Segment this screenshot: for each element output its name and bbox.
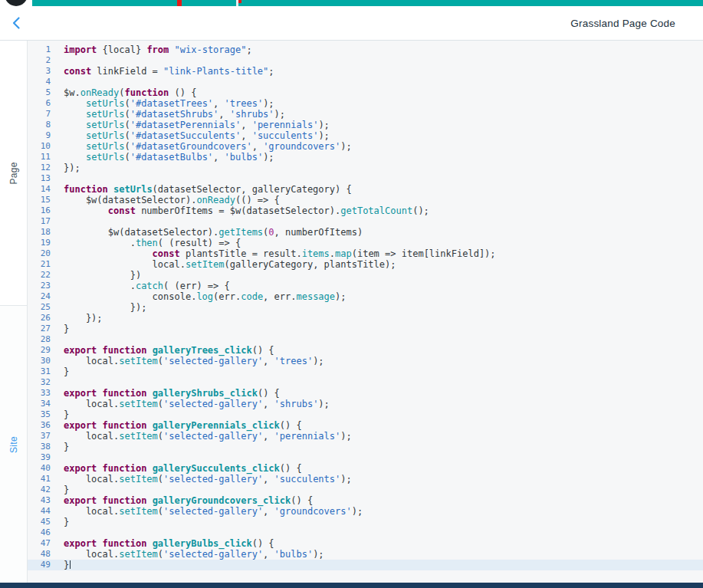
tab-site[interactable]: Site <box>0 306 27 583</box>
code-line[interactable]: 8 setUrls('#datasetPerennials', 'perenni… <box>28 120 703 130</box>
code-line[interactable]: 33export function galleryShrubs_click() … <box>28 388 703 399</box>
code-line[interactable]: 2 <box>28 55 703 66</box>
line-number[interactable]: 26 <box>28 313 51 324</box>
line-number[interactable]: 11 <box>28 152 51 163</box>
code-line[interactable]: 35} <box>28 409 703 420</box>
code-line[interactable]: 21 local.setItem(galleryCategory, plants… <box>28 259 703 270</box>
line-number[interactable]: 16 <box>28 205 51 216</box>
line-number[interactable]: 42 <box>28 485 51 495</box>
line-number[interactable]: 24 <box>28 291 51 302</box>
line-number[interactable]: 32 <box>28 377 51 388</box>
code-line[interactable]: 30 local.setItem('selected-gallery', 'tr… <box>28 356 703 366</box>
tab-page[interactable]: Page <box>0 41 27 306</box>
line-number[interactable]: 33 <box>28 388 51 399</box>
line-number[interactable]: 23 <box>28 281 51 291</box>
code-line[interactable]: 41 local.setItem('selected-gallery', 'su… <box>28 474 703 485</box>
code-line[interactable]: 6 setUrls('#datasetTrees', 'trees'); <box>28 98 703 109</box>
line-number[interactable]: 13 <box>28 173 51 184</box>
code-line[interactable]: 46 <box>28 527 703 538</box>
line-number[interactable]: 15 <box>28 195 51 205</box>
line-number[interactable]: 18 <box>28 227 51 238</box>
code-line[interactable]: 23 .catch( (err) => { <box>28 281 703 291</box>
code-line[interactable]: 5$w.onReady(function () { <box>28 87 703 98</box>
line-number[interactable]: 25 <box>28 302 51 313</box>
code-line[interactable]: 31} <box>28 366 703 377</box>
line-number[interactable]: 4 <box>28 77 51 87</box>
line-number[interactable]: 10 <box>28 141 51 152</box>
code-line[interactable]: 25 }); <box>28 302 703 313</box>
line-number[interactable]: 7 <box>28 109 51 120</box>
line-number[interactable]: 34 <box>28 399 51 409</box>
code-line[interactable]: 22 }) <box>28 270 703 281</box>
code-line[interactable]: 26 }); <box>28 313 703 324</box>
code-line[interactable]: 1import {local} from "wix-storage"; <box>28 44 703 55</box>
line-number[interactable]: 8 <box>28 120 51 130</box>
code-line[interactable]: 24 console.log(err.code, err.message); <box>28 291 703 302</box>
line-number[interactable]: 9 <box>28 130 51 141</box>
code-line[interactable]: 11 setUrls('#datasetBulbs', 'bulbs'); <box>28 152 703 163</box>
code-line[interactable]: 40export function gallerySucculents_clic… <box>28 463 703 474</box>
code-line[interactable]: 48 local.setItem('selected-gallery', 'bu… <box>28 549 703 560</box>
code-line[interactable]: 42} <box>28 485 703 495</box>
code-line[interactable]: 37 local.setItem('selected-gallery', 'pe… <box>28 431 703 442</box>
line-number[interactable]: 36 <box>28 420 51 431</box>
line-number[interactable]: 14 <box>28 184 51 195</box>
code-line[interactable]: 17 <box>28 216 703 227</box>
line-number[interactable]: 1 <box>28 44 51 55</box>
line-number[interactable]: 48 <box>28 549 51 560</box>
code-line[interactable]: 38} <box>28 442 703 452</box>
code-line[interactable]: 15 $w(datasetSelector).onReady(() => { <box>28 195 703 205</box>
code-line[interactable]: 27} <box>28 324 703 334</box>
line-number[interactable]: 39 <box>28 452 51 463</box>
line-number[interactable]: 19 <box>28 238 51 248</box>
line-number[interactable]: 31 <box>28 366 51 377</box>
code-line[interactable]: 14function setUrls(datasetSelector, gall… <box>28 184 703 195</box>
line-number[interactable]: 28 <box>28 334 51 345</box>
code-line[interactable]: 13 <box>28 173 703 184</box>
line-number[interactable]: 6 <box>28 98 51 109</box>
code-line[interactable]: 12}); <box>28 163 703 173</box>
line-number[interactable]: 37 <box>28 431 51 442</box>
line-number[interactable]: 49 <box>28 560 51 570</box>
code-line[interactable]: 34 local.setItem('selected-gallery', 'sh… <box>28 399 703 409</box>
line-number[interactable]: 17 <box>28 216 51 227</box>
code-line[interactable]: 10 setUrls('#datasetGroundcovers', 'grou… <box>28 141 703 152</box>
line-number[interactable]: 22 <box>28 270 51 281</box>
line-number[interactable]: 43 <box>28 495 51 506</box>
code-line[interactable]: 43export function galleryGroundcovers_cl… <box>28 495 703 506</box>
line-number[interactable]: 27 <box>28 324 51 334</box>
line-number[interactable]: 47 <box>28 538 51 549</box>
line-number[interactable]: 29 <box>28 345 51 356</box>
code-line[interactable]: 36export function galleryPerennials_clic… <box>28 420 703 431</box>
line-number[interactable]: 46 <box>28 527 51 538</box>
line-number[interactable]: 45 <box>28 517 51 527</box>
line-number[interactable]: 20 <box>28 248 51 259</box>
code-line[interactable]: 45} <box>28 517 703 527</box>
line-number[interactable]: 41 <box>28 474 51 485</box>
line-number[interactable]: 12 <box>28 163 51 173</box>
line-number[interactable]: 44 <box>28 506 51 517</box>
logo-icon[interactable] <box>5 0 28 6</box>
line-number[interactable]: 40 <box>28 463 51 474</box>
code-line[interactable]: 28 <box>28 334 703 345</box>
code-line[interactable]: 49} <box>28 560 703 570</box>
code-line[interactable]: 29export function galleryTrees_click() { <box>28 345 703 356</box>
line-number[interactable]: 21 <box>28 259 51 270</box>
code-line[interactable]: 7 setUrls('#datasetShrubs', 'shrubs'); <box>28 109 703 120</box>
code-line[interactable]: 20 const plantsTitle = result.items.map(… <box>28 248 703 259</box>
code-line[interactable]: 19 .then( (result) => { <box>28 238 703 248</box>
line-number[interactable]: 5 <box>28 87 51 98</box>
line-number[interactable]: 38 <box>28 442 51 452</box>
code-line[interactable]: 18 $w(datasetSelector).getItems(0, numbe… <box>28 227 703 238</box>
line-number[interactable]: 35 <box>28 409 51 420</box>
code-line[interactable]: 44 local.setItem('selected-gallery', 'gr… <box>28 506 703 517</box>
code-line[interactable]: 4 <box>28 77 703 87</box>
code-line[interactable]: 32 <box>28 377 703 388</box>
code-line[interactable]: 3const linkField = "link-Plants-title"; <box>28 66 703 77</box>
code-line[interactable]: 47export function galleryBulbs_click() { <box>28 538 703 549</box>
line-number[interactable]: 2 <box>28 55 51 66</box>
code-line[interactable]: 16 const numberOfItems = $w(datasetSelec… <box>28 205 703 216</box>
line-number[interactable]: 3 <box>28 66 51 77</box>
line-number[interactable]: 30 <box>28 356 51 366</box>
back-button[interactable] <box>5 11 29 35</box>
